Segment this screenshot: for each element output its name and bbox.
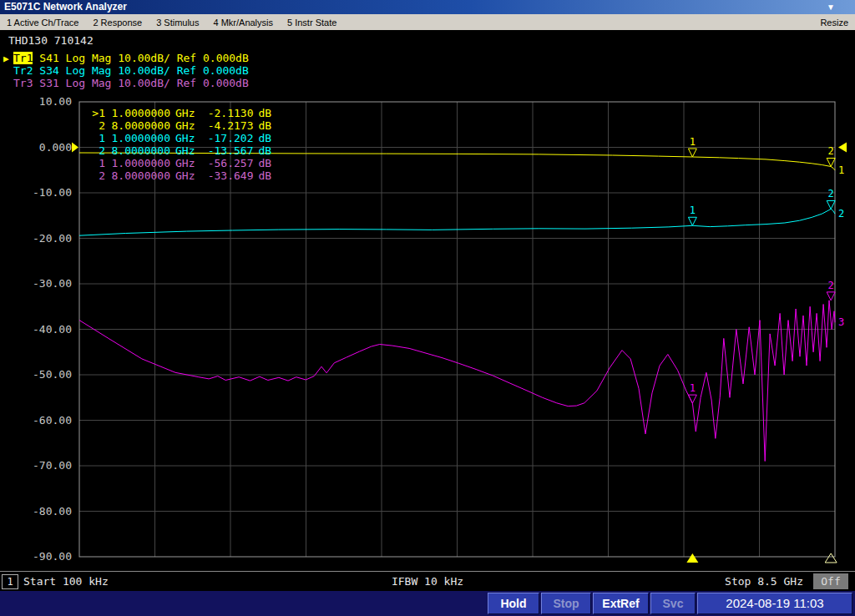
y-axis-label: 0.000	[17, 140, 72, 155]
y-axis-label: -10.00	[17, 185, 72, 200]
marker-triangle-icon	[827, 292, 835, 300]
start-frequency-label: Start 100 kHz	[23, 575, 109, 588]
marker-label: 1	[690, 136, 696, 148]
y-axis-label: -70.00	[17, 458, 72, 473]
trace-status-row[interactable]: ▶Tr1 S41 Log Mag 10.00dB/ Ref 0.000dB	[3, 52, 249, 64]
marker-readout-row: 28.0000000GHz-4.2173dB	[90, 119, 271, 132]
marker-readout-row: >11.0000000GHz-2.1130dB	[90, 107, 271, 119]
taskbar: Hold Stop ExtRef Svc 2024-08-19 11:03	[0, 591, 855, 616]
marker-triangle-icon	[827, 158, 835, 166]
marker-label: 1	[690, 204, 696, 216]
trace-params: S31 Log Mag 10.00dB/ Ref 0.000dB	[33, 77, 248, 89]
menu-item[interactable]: 3 Stimulus	[156, 18, 199, 28]
window-title: E5071C Network Analyzer	[4, 1, 127, 13]
instrument-screen: 123121212 THD130 710142 ▶Tr1 S41 Log Mag…	[0, 30, 855, 591]
y-axis-label: -60.00	[17, 413, 72, 428]
trace-name: Tr2	[13, 64, 33, 77]
menu-item[interactable]: 2 Response	[93, 18, 142, 28]
hold-button[interactable]: Hold	[488, 593, 539, 614]
menu-item[interactable]: 1 Active Ch/Trace	[7, 18, 78, 28]
y-axis-label: -20.00	[17, 231, 72, 246]
menu-item[interactable]: 4 Mkr/Analysis	[213, 18, 273, 28]
titlebar-arrow-icon[interactable]: ▼	[827, 2, 835, 13]
marker-triangle-icon	[688, 217, 696, 225]
marker-triangle-icon	[688, 395, 696, 403]
y-axis-label: -50.00	[17, 367, 72, 382]
trace-number-label: 1	[838, 164, 844, 176]
titlebar: E5071C Network Analyzer ▼	[0, 0, 855, 14]
y-axis-label: 10.00	[17, 94, 72, 109]
channel-title: THD130 710142	[8, 34, 94, 47]
trace-params: S41 Log Mag 10.00dB/ Ref 0.000dB	[33, 52, 248, 64]
y-axis-label: -90.00	[17, 549, 72, 564]
marker-label: 1	[690, 382, 696, 394]
clock[interactable]: 2024-08-19 11:03	[697, 593, 852, 614]
ref-level-indicator-left-icon	[72, 143, 78, 153]
ref-level-indicator-right-icon	[838, 143, 847, 153]
marker-readout-row: 28.0000000GHz-33.649dB	[90, 169, 271, 182]
active-trace-arrow-icon	[3, 65, 13, 78]
marker-label: 2	[828, 145, 834, 157]
marker-readout-row: 28.0000000GHz-13.567dB	[90, 144, 271, 157]
marker-triangle-icon	[827, 200, 835, 209]
trace-status-row[interactable]: Tr2 S34 Log Mag 10.00dB/ Ref 0.000dB	[3, 64, 249, 77]
menu-item-resize[interactable]: Resize	[820, 18, 848, 28]
status-bar: 1 IFBW 10 kHz Start 100 kHz Stop 8.5 GHz…	[0, 571, 855, 591]
active-trace-arrow-icon	[3, 78, 13, 90]
menu-items: 1 Active Ch/Trace2 Response3 Stimulus4 M…	[7, 18, 336, 28]
marker-label: 2	[828, 188, 834, 199]
trace-name: Tr1	[13, 52, 33, 64]
active-trace-arrow-icon: ▶	[3, 53, 13, 65]
off-indicator[interactable]: Off	[813, 573, 848, 589]
trace-number-label: 2	[838, 208, 844, 220]
marker-readout-row: 11.0000000GHz-56.257dB	[90, 157, 271, 169]
marker-readout: >11.0000000GHz-2.1130dB28.0000000GHz-4.2…	[90, 107, 271, 182]
marker-triangle-icon	[688, 149, 696, 157]
y-axis-label: -40.00	[17, 322, 72, 337]
stimulus-marker-1-icon	[686, 553, 698, 563]
stop-button[interactable]: Stop	[541, 593, 591, 614]
marker-readout-row: 11.0000000GHz-17.202dB	[90, 132, 271, 144]
trace-status-row[interactable]: Tr3 S31 Log Mag 10.00dB/ Ref 0.000dB	[3, 77, 249, 89]
app-window: E5071C Network Analyzer ▼ 1 Active Ch/Tr…	[0, 0, 855, 616]
trace-name: Tr3	[13, 77, 33, 89]
menubar: 1 Active Ch/Trace2 Response3 Stimulus4 M…	[0, 14, 855, 30]
menu-item[interactable]: 5 Instr State	[287, 18, 336, 28]
extref-button[interactable]: ExtRef	[593, 593, 649, 614]
stop-frequency-label: Stop 8.5 GHz	[725, 575, 803, 588]
trace-status-list: ▶Tr1 S41 Log Mag 10.00dB/ Ref 0.000dB Tr…	[3, 52, 249, 89]
svc-button[interactable]: Svc	[650, 593, 696, 614]
trace-number-label: 3	[838, 316, 844, 328]
y-axis-label: -30.00	[17, 276, 72, 291]
marker-label: 2	[828, 280, 834, 291]
trace-params: S34 Log Mag 10.00dB/ Ref 0.000dB	[33, 64, 248, 77]
y-axis-label: -80.00	[17, 504, 72, 519]
